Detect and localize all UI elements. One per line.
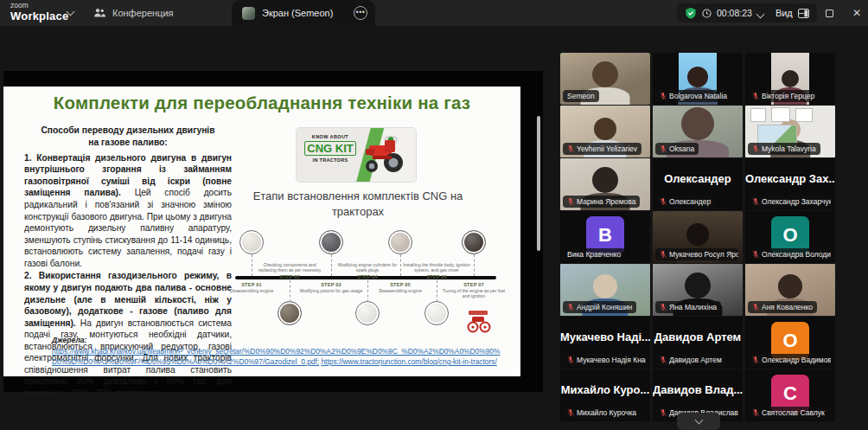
participants-grid: SemeonBolgarova NataliaВікторія ГерцерYe… xyxy=(560,53,835,421)
participant-tile-6[interactable]: Mykola Talavyria xyxy=(745,106,835,157)
participant-tile-7[interactable]: Марина Яремова xyxy=(560,158,650,210)
participant-name-label: Олександра Володим... xyxy=(748,248,831,260)
wall-poster xyxy=(750,108,766,122)
wall-poster xyxy=(795,108,813,122)
timeline-step-caption-5: STEP 05Reassembling engine xyxy=(365,282,436,293)
muted-mic-icon xyxy=(567,303,574,311)
muted-mic-icon xyxy=(752,144,759,153)
muted-mic-icon xyxy=(660,356,667,364)
security-shield-icon[interactable] xyxy=(685,7,697,19)
window-minimize-button[interactable]: – xyxy=(790,0,813,26)
brand-workplace-text: Workplace xyxy=(10,10,68,22)
tab-conference[interactable]: Конференция xyxy=(93,0,173,26)
muted-mic-icon xyxy=(660,408,667,417)
participant-name-label: Аня Коваленко xyxy=(748,301,817,313)
muted-mic-icon xyxy=(567,356,574,364)
participant-tile-2[interactable]: Bolgarova Natalia xyxy=(653,53,743,105)
person-silhouette xyxy=(592,61,618,87)
timeline-step-caption-2: Checking components and replacing them a… xyxy=(254,262,325,279)
participant-tile-17[interactable]: Давидов АртемДавидов Артем xyxy=(653,317,743,369)
muted-mic-icon xyxy=(660,303,667,311)
participant-name-label: Мукачево Росул Ярос... xyxy=(655,248,738,260)
badge-know-about: KNOW ABOUT xyxy=(303,134,357,139)
participant-display-name: Олександр Зах... xyxy=(745,172,835,185)
cng-kit-badge-image: KNOW ABOUT CNG KIT IN TRACTORS xyxy=(297,128,416,182)
window-close-button[interactable]: ✕ xyxy=(846,0,868,26)
participant-tile-1[interactable]: Semeon xyxy=(560,53,650,105)
timeline-step-caption-4: Modifying engine cylinders for spark plu… xyxy=(332,262,403,279)
timeline-step-caption-3: STEP 03Modifying pistons for gas usage xyxy=(296,282,367,293)
brand-zoom-text: zoom xyxy=(10,2,68,10)
person-silhouette xyxy=(782,70,799,87)
participant-tile-18[interactable]: ООлександр Вадимови... xyxy=(745,317,835,369)
tab-conference-label: Конференция xyxy=(112,8,173,18)
zoom-workplace-logo: zoom Workplace xyxy=(10,2,68,22)
timeline-connector xyxy=(474,254,475,276)
participant-tile-13[interactable]: Андрій Коняшин xyxy=(560,264,650,316)
muted-mic-icon xyxy=(660,197,667,206)
person-silhouette xyxy=(594,118,616,140)
badge-in-tractors: IN TRACTORS xyxy=(303,157,357,163)
timeline-connector xyxy=(252,254,252,276)
zoom-workplace-window: zoom Workplace Конференция Экран (Semeon… xyxy=(0,0,868,430)
timeline-step-photo-5 xyxy=(388,230,412,254)
chevron-down-icon xyxy=(694,416,703,425)
person-silhouette xyxy=(686,223,709,246)
participant-name-label: Давидов Артем xyxy=(655,354,726,366)
participant-tile-19[interactable]: Михайло Куро...Михайло Курочка xyxy=(560,369,650,421)
participant-name-label: Oksana xyxy=(655,143,699,155)
muted-mic-icon xyxy=(752,250,759,259)
shared-screen-scrollbar[interactable] xyxy=(537,116,540,251)
participant-name-label: Михайло Курочка xyxy=(563,407,641,419)
timer-chevron-down-icon[interactable] xyxy=(756,10,764,18)
timeline-step-photo-7 xyxy=(462,230,486,254)
participant-name-label: Марина Яремова xyxy=(563,196,640,208)
source-link-tractorjunction[interactable]: https://www.tractorjunction.com/blog/cng… xyxy=(321,357,496,366)
tab-screen-share-active[interactable]: Экран (Semeon) ••• xyxy=(232,0,375,26)
participant-tile-3[interactable]: Вікторія Герцер xyxy=(745,53,835,105)
tractor-logo-icon xyxy=(463,309,493,333)
cng-steps-timeline: STEP 01Disassembling engineChecking comp… xyxy=(233,221,501,350)
window-maximize-button[interactable] xyxy=(818,0,840,26)
participant-tile-5[interactable]: Oksana xyxy=(653,106,743,157)
participant-tile-21[interactable]: ССвятослав Савлук xyxy=(745,369,835,421)
participant-tile-8[interactable]: ОлександерОлександер xyxy=(653,158,743,210)
participant-tile-15[interactable]: Аня Коваленко xyxy=(745,264,835,316)
participant-display-name: Давидов Артем xyxy=(653,331,743,343)
participant-name-label: Yevhenii Yelizariev xyxy=(563,143,641,155)
maximize-icon xyxy=(826,10,833,17)
muted-mic-icon xyxy=(752,408,759,417)
meeting-timer[interactable]: 00:08:23 xyxy=(717,8,752,18)
participant-tile-16[interactable]: Мукачево Наді...Мукачево Надія Кнап xyxy=(560,317,650,369)
tab-options-ellipsis-icon[interactable]: ••• xyxy=(354,6,367,20)
person-silhouette xyxy=(685,273,711,298)
participant-name-label: Мукачево Надія Кнап xyxy=(563,354,646,366)
timeline-step-photo-1 xyxy=(239,230,264,254)
participant-tile-4[interactable]: Yevhenii Yelizariev xyxy=(560,106,650,157)
timeline-step-photo-6 xyxy=(424,301,449,325)
participant-name-label: Олександр Захарчук xyxy=(748,196,831,208)
participant-tile-11[interactable]: Мукачево Росул Ярос... xyxy=(653,211,743,263)
timeline-step-photo-3 xyxy=(319,230,343,254)
participant-name-label: Олександр Вадимови... xyxy=(748,354,831,366)
tab-screen-label: Экран (Semeon) xyxy=(262,8,347,18)
participant-display-name: Мукачево Наді... xyxy=(560,331,650,343)
collapse-participants-button[interactable] xyxy=(677,413,720,430)
timeline-step-caption-1: STEP 01Disassembling engine xyxy=(216,282,287,293)
slide-paragraph-1: 1. Конвертація дизельного двигуна в двиг… xyxy=(24,152,232,270)
person-silhouette xyxy=(687,67,708,87)
participant-name-label: Олександер xyxy=(655,196,715,208)
participant-tile-9[interactable]: Олександр Зах...Олександр Захарчук xyxy=(745,158,835,210)
people-icon xyxy=(93,8,106,18)
participant-tile-12[interactable]: ООлександра Володим... xyxy=(745,211,835,263)
muted-mic-icon xyxy=(752,197,759,206)
participant-tile-14[interactable]: Яна Малихіна xyxy=(653,264,743,316)
person-silhouette xyxy=(593,274,617,298)
participant-name-label: Mykola Talavyria xyxy=(748,143,820,155)
slide-paragraph-2: 2. Використання газодизельного режиму, в… xyxy=(24,270,232,399)
muted-mic-icon xyxy=(660,92,667,100)
person-silhouette xyxy=(592,167,618,193)
badge-cng-kit: CNG KIT xyxy=(304,141,355,156)
clock-icon xyxy=(702,9,712,18)
participant-tile-10[interactable]: BВика Кравченко xyxy=(560,211,650,263)
